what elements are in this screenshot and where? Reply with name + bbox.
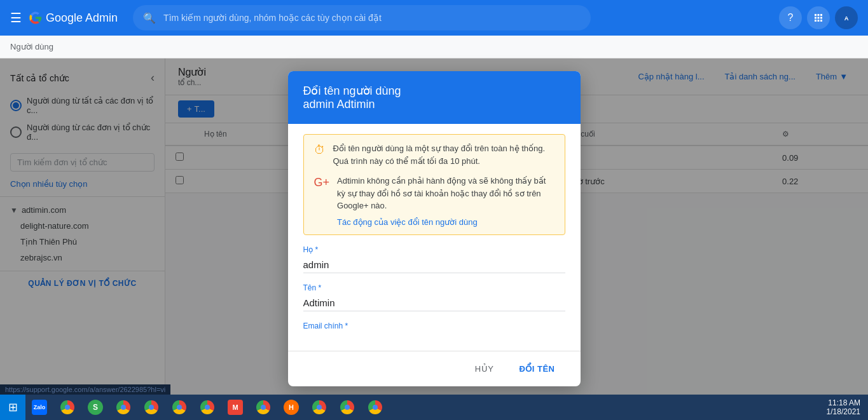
main-layout: Tất cả tổ chức ‹ Người dùng từ tất cả cá… [0,58,868,420]
taskbar-app-chrome7[interactable] [305,395,333,420]
gplus-text-block: Adtimin không cần phải hành động và sẽ k… [337,175,554,227]
taskbar-app-chrome9[interactable] [361,395,389,420]
windows-start-icon: ⊞ [8,400,18,414]
dialog-title: Đổi tên người dùng [303,84,565,98]
last-name-label: Họ * [303,245,565,254]
search-input[interactable] [163,13,581,23]
start-button[interactable]: ⊞ [0,395,25,420]
rename-user-dialog: Đổi tên người dùng admin Adtimin ⏱ Đổi t… [288,71,581,386]
taskbar-app-m[interactable]: M [221,395,249,420]
taskbar-app-chrome4[interactable] [165,395,193,420]
chrome-icon-4 [172,400,186,414]
dialog-header: Đổi tên người dùng admin Adtimin [288,71,581,124]
dialog-body: ⏱ Đổi tên người dùng là một sự thay đổi … [288,124,581,351]
rename-impact-link[interactable]: Tác động của việc đổi tên người dùng [337,217,554,227]
gplus-icon: G+ [314,176,330,189]
menu-icon[interactable]: ☰ [10,10,22,25]
chrome-icon-3 [144,400,158,414]
topbar-search[interactable]: 🔍 [133,5,591,30]
modal-overlay: Đổi tên người dùng admin Adtimin ⏱ Đổi t… [0,58,868,420]
m-icon: M [228,400,243,415]
email-label: Email chính * [303,322,565,330]
topbar-logo-text: Google Admin [46,11,118,25]
zalo-icon: Zalo [32,400,47,415]
taskbar-app-s[interactable]: S [81,395,109,420]
gplus-info-row: G+ Adtimin không cần phải hành động và s… [314,175,555,227]
last-name-group: Họ * [303,245,565,273]
search-icon: 🔍 [143,12,156,24]
taskbar-app-chrome8[interactable] [333,395,361,420]
help-button[interactable]: ? [779,6,802,29]
avatar[interactable]: A [835,6,858,29]
last-name-input[interactable] [303,257,565,273]
h-icon: H [284,400,299,415]
apps-icon [813,12,824,24]
first-name-group: Tên * [303,283,565,311]
taskbar-app-zalo[interactable]: Zalo [25,395,53,420]
first-name-label: Tên * [303,283,565,292]
taskbar: ⊞ Zalo S M H 11:18 AM 1/18/2021 [0,395,868,420]
chrome-icon-2 [116,400,130,414]
chrome-icon-8 [340,400,354,414]
email-group: Email chính * [303,322,565,330]
warning-info-row: ⏱ Đổi tên người dùng là một sự thay đổi … [314,142,555,167]
clock-date: 1/18/2021 [827,407,860,416]
taskbar-app-chrome1[interactable] [53,395,81,420]
submit-button[interactable]: ĐỔI TÊN [509,359,565,379]
taskbar-app-chrome5[interactable] [193,395,221,420]
chrome-icon-1 [60,400,74,414]
chrome-icon-5 [200,400,214,414]
cancel-button[interactable]: HỦY [465,359,504,379]
topbar: ☰ Google Admin 🔍 ? A [0,0,868,36]
dialog-subtitle: admin Adtimin [303,98,565,111]
taskbar-app-chrome2[interactable] [109,395,137,420]
clock-time: 11:18 AM [827,398,860,407]
taskbar-app-chrome6[interactable] [249,395,277,420]
taskbar-clock: 11:18 AM 1/18/2021 [819,398,868,416]
grid-button[interactable] [807,6,830,29]
dialog-footer: HỦY ĐỔI TÊN [288,351,581,386]
chrome-icon-6 [256,400,270,414]
taskbar-app-chrome3[interactable] [137,395,165,420]
info-box: ⏱ Đổi tên người dùng là một sự thay đổi … [303,134,565,235]
s-icon: S [88,400,103,415]
avatar-google-icon: A [837,9,855,27]
gplus-text: Adtimin không cần phải hành động và sẽ k… [337,176,546,210]
chrome-icon-9 [368,400,382,414]
topbar-logo: Google Admin [29,11,118,25]
clock-icon: ⏱ [314,144,326,157]
topbar-right: ? A [779,6,858,29]
taskbar-app-h[interactable]: H [277,395,305,420]
first-name-input[interactable] [303,295,565,311]
warning-text: Đổi tên người dùng là một sự thay đổi tr… [333,142,555,167]
chrome-icon-7 [312,400,326,414]
breadcrumb: Người dùng [0,36,868,58]
google-logo-icon [29,11,42,24]
svg-text:A: A [844,15,849,22]
